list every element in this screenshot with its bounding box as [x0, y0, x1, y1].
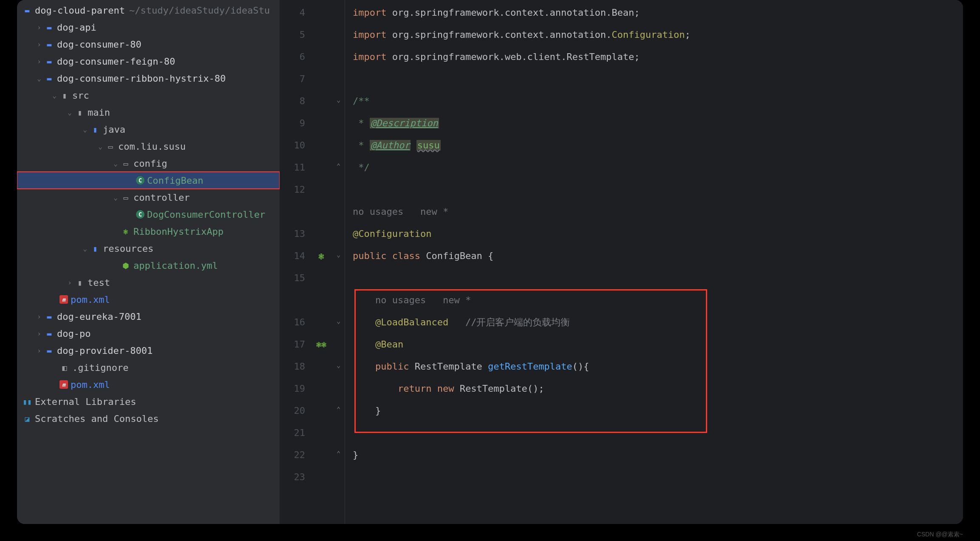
fold-handle[interactable] [332, 22, 345, 44]
expand-arrow-icon[interactable]: ⌄ [81, 245, 89, 253]
tree-item-ribbonhystrixapp[interactable]: ❃RibbonHystrixApp [17, 223, 280, 240]
tree-item-dog-consumer-ribbon-hystrix-80[interactable]: ⌄▬dog-consumer-ribbon-hystrix-80 [17, 70, 280, 87]
folder-icon: ▮ [75, 107, 85, 117]
fold-handle[interactable] [332, 332, 345, 354]
tree-item-dog-api[interactable]: ›▬dog-api [17, 19, 280, 36]
tree-item-label: test [88, 277, 110, 288]
line-number [280, 289, 310, 311]
code-editor[interactable]: 4567891011121314151617181920212223 ❃❃❃ ⌄… [280, 0, 963, 524]
line-number: 14 [280, 245, 310, 267]
tree-item-controller[interactable]: ⌄▭controller [17, 189, 280, 206]
tree-item-label: dog-consumer-ribbon-hystrix-80 [57, 73, 226, 84]
fold-handle[interactable] [332, 221, 345, 243]
fold-handle[interactable]: ⌃ [332, 442, 345, 464]
line-number [280, 201, 310, 223]
expand-arrow-icon[interactable]: ⌄ [65, 108, 74, 117]
tree-item-configbean[interactable]: CConfigBean [17, 172, 280, 189]
yml-icon: ⬢ [121, 260, 131, 270]
expand-arrow-icon[interactable]: › [35, 347, 43, 355]
expand-arrow-icon[interactable]: › [65, 279, 74, 287]
line-number: 5 [280, 24, 310, 46]
libraries-icon: ▮▮ [22, 396, 32, 407]
expand-arrow-icon[interactable]: › [35, 313, 43, 321]
expand-arrow-icon[interactable]: › [35, 57, 43, 65]
tree-item-src[interactable]: ⌄▮src [17, 87, 280, 104]
maven-icon: m [59, 295, 68, 304]
expand-arrow-icon[interactable]: › [35, 23, 43, 31]
fold-handle[interactable]: ⌃ [332, 398, 345, 420]
line-number: 21 [280, 422, 310, 444]
expand-arrow-icon[interactable]: ⌄ [96, 142, 105, 151]
fold-handle[interactable] [332, 265, 345, 288]
fold-handle[interactable] [332, 177, 345, 199]
tree-item-label: dog-consumer-80 [57, 39, 142, 50]
tree-item-java[interactable]: ⌄▮java [17, 121, 280, 138]
fold-handle[interactable] [332, 0, 345, 22]
scratches-icon: ◪ [22, 413, 32, 424]
scratches[interactable]: ◪ Scratches and Consoles [17, 410, 280, 427]
tree-item-dog-provider-8001[interactable]: ›▬dog-provider-8001 [17, 342, 280, 359]
tree-item-config[interactable]: ⌄▭config [17, 155, 280, 172]
tree-item-com-liu-susu[interactable]: ⌄▭com.liu.susu [17, 138, 280, 155]
expand-arrow-icon[interactable]: ⌄ [111, 159, 120, 168]
module-icon: ▬ [44, 345, 54, 356]
maven-icon: m [59, 380, 68, 389]
tree-item--gitignore[interactable]: ◧.gitignore [17, 359, 280, 376]
tree-item-dog-consumer-80[interactable]: ›▬dog-consumer-80 [17, 36, 280, 53]
expand-arrow-icon[interactable]: › [35, 330, 43, 338]
module-icon: ▬ [44, 56, 54, 66]
tree-item-main[interactable]: ⌄▮main [17, 104, 280, 121]
fold-handle[interactable] [332, 66, 345, 88]
tree-item-pom-xml[interactable]: mpom.xml [17, 291, 280, 308]
fold-handle[interactable] [332, 288, 345, 310]
git-icon: ◧ [59, 362, 70, 373]
fold-column: ⌄⌃⌄⌄⌄⌃⌃ [332, 0, 345, 524]
spring-bean-icon: ❃❃ [316, 339, 326, 350]
line-number: 15 [280, 267, 310, 289]
line-number: 18 [280, 356, 310, 378]
expand-arrow-icon[interactable]: ⌄ [50, 91, 59, 100]
fold-handle[interactable] [332, 44, 345, 66]
tree-item-resources[interactable]: ⌄▮resources [17, 240, 280, 257]
expand-arrow-icon[interactable]: ⌄ [35, 74, 43, 83]
tree-item-label: pom.xml [71, 379, 110, 390]
tree-item-application-yml[interactable]: ⬢application.yml [17, 257, 280, 274]
spring-icon: ❃ [121, 226, 131, 236]
tree-item-test[interactable]: ›▮test [17, 274, 280, 291]
project-root[interactable]: ▬ dog-cloud-parent ~/study/ideaStudy/ide… [17, 2, 280, 19]
expand-arrow-icon[interactable]: ⌄ [111, 194, 120, 202]
fold-handle[interactable] [332, 376, 345, 398]
tree-item-label: RibbonHystrixApp [133, 226, 224, 237]
line-gutter: 4567891011121314151617181920212223 [280, 0, 310, 524]
line-number: 17 [280, 333, 310, 356]
tree-item-dog-eureka-7001[interactable]: ›▬dog-eureka-7001 [17, 308, 280, 325]
fold-handle[interactable] [332, 199, 345, 221]
external-libraries-label: External Libraries [35, 396, 136, 407]
fold-handle[interactable]: ⌃ [332, 155, 345, 177]
module-icon: ▬ [44, 39, 54, 49]
hint-new: new * [420, 206, 448, 217]
fold-handle[interactable]: ⌄ [332, 88, 345, 111]
fold-handle[interactable] [332, 464, 345, 487]
tree-item-label: .gitignore [72, 362, 128, 373]
module-icon: ▬ [44, 73, 54, 83]
line-number: 11 [280, 157, 310, 179]
tree-item-dog-consumer-feign-80[interactable]: ›▬dog-consumer-feign-80 [17, 53, 280, 70]
code-area[interactable]: import org.springframework.context.annot… [345, 0, 963, 524]
fold-handle[interactable] [332, 420, 345, 442]
fold-handle[interactable] [332, 111, 345, 133]
external-libraries[interactable]: ▮▮ External Libraries [17, 393, 280, 410]
expand-arrow-icon[interactable]: ⌄ [81, 125, 89, 134]
tree-item-pom-xml[interactable]: mpom.xml [17, 376, 280, 393]
tree-item-dogconsumercontroller[interactable]: CDogConsumerController [17, 206, 280, 223]
line-number: 20 [280, 400, 310, 422]
fold-handle[interactable] [332, 133, 345, 155]
fold-handle[interactable]: ⌄ [332, 243, 345, 265]
folder-src-icon: ▮ [90, 124, 100, 134]
fold-handle[interactable]: ⌄ [332, 310, 345, 332]
module-icon: ▬ [22, 5, 32, 15]
expand-arrow-icon[interactable]: › [35, 40, 43, 48]
fold-handle[interactable]: ⌄ [332, 354, 345, 376]
tree-item-dog-po[interactable]: ›▬dog-po [17, 325, 280, 342]
tree-item-label: main [88, 107, 110, 118]
